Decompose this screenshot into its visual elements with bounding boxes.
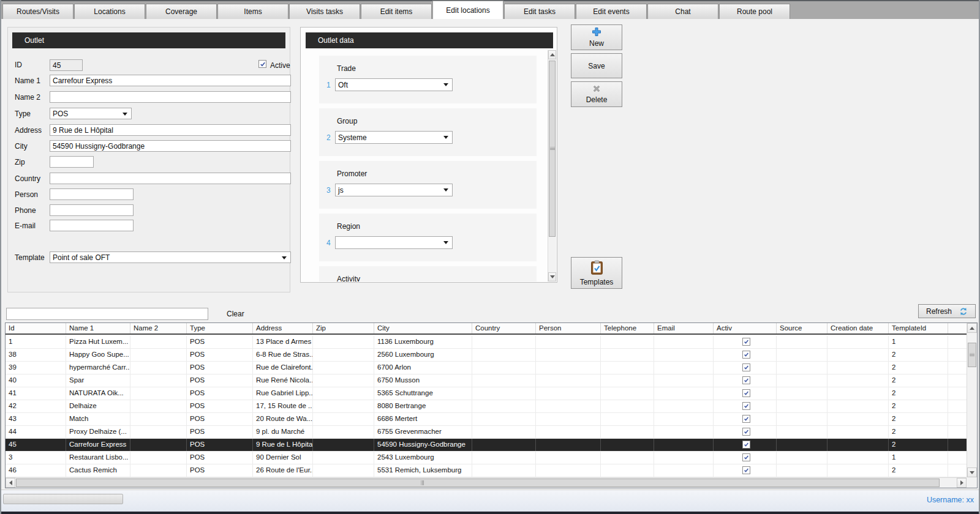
arrow-down-icon [550, 275, 555, 278]
tab-edit-locations[interactable]: Edit locations [432, 1, 503, 19]
scroll-up-button[interactable] [548, 50, 556, 59]
type-dropdown[interactable]: POS [50, 108, 132, 119]
column-header-templateid[interactable]: TemplateId [889, 323, 948, 333]
column-header-zip[interactable]: Zip [313, 323, 374, 333]
active-checkbox[interactable] [258, 60, 266, 68]
new-button[interactable]: New [571, 24, 622, 50]
name2-input[interactable] [50, 91, 291, 103]
table-row-43[interactable]: 43MatchPOS20 Route de Wa...6686 Mertert2 [6, 413, 967, 426]
id-input[interactable] [50, 59, 83, 71]
table-row-39[interactable]: 39hypermarché Carr...POSRue de Clairefon… [6, 362, 967, 374]
activ-checkbox[interactable] [742, 402, 750, 410]
zip-input[interactable] [50, 156, 94, 168]
table-row-3[interactable]: 3Restaurant Lisbo...POS90 Dernier Sol254… [6, 452, 967, 464]
table-row-41[interactable]: 41NATURATA Oik...POSRue Gabriel Lipp...5… [6, 387, 967, 400]
activ-checkbox[interactable] [742, 389, 750, 397]
search-input[interactable] [6, 308, 208, 320]
column-header-id[interactable]: Id [6, 323, 66, 333]
table-horizontal-scrollbar[interactable] [6, 477, 967, 488]
scrollbar-thumb[interactable] [968, 343, 976, 367]
person-input[interactable] [50, 188, 134, 200]
outlet-data-field-number: 1 [326, 81, 331, 89]
scroll-left-button[interactable] [6, 478, 15, 488]
column-header-city[interactable]: City [374, 323, 472, 333]
tab-edit-items[interactable]: Edit items [361, 4, 432, 19]
email-input[interactable] [50, 220, 134, 231]
outlet-data-scrollbar[interactable] [548, 50, 556, 281]
country-input[interactable] [50, 173, 291, 184]
outlet-panel: Outlet ID Active Name 1 Name 2 Type POS … [7, 27, 290, 292]
tab-visits-tasks[interactable]: Visits tasks [289, 4, 360, 19]
column-header-activ[interactable]: Activ [714, 323, 777, 333]
column-header-source[interactable]: Source [777, 323, 827, 333]
type-dropdown-value: POS [53, 110, 68, 118]
column-header-person[interactable]: Person [536, 323, 601, 333]
activ-checkbox[interactable] [742, 376, 750, 384]
save-button[interactable]: Save [571, 53, 622, 78]
cell-name2 [130, 387, 187, 400]
activ-checkbox[interactable] [742, 415, 750, 423]
column-header-name-2[interactable]: Name 2 [130, 323, 187, 333]
column-header-type[interactable]: Type [187, 323, 253, 333]
tab-route-pool[interactable]: Route pool [719, 4, 790, 19]
column-header-email[interactable]: Email [654, 323, 714, 333]
templates-button[interactable]: Templates [571, 257, 622, 289]
column-header-address[interactable]: Address [253, 323, 313, 333]
table-row-38[interactable]: 38Happy Goo Supe...POS6-8 Rue de Stras..… [6, 349, 967, 362]
phone-input[interactable] [50, 204, 134, 216]
group-dropdown[interactable]: Systeme [335, 131, 453, 144]
tab-items[interactable]: Items [217, 4, 288, 19]
column-header-country[interactable]: Country [472, 323, 536, 333]
refresh-button[interactable]: Refresh [918, 304, 976, 318]
activ-checkbox[interactable] [742, 363, 750, 371]
cell-template_id: 2 [889, 362, 948, 374]
scroll-down-button[interactable] [548, 272, 556, 281]
activ-checkbox[interactable] [742, 441, 750, 449]
tab-locations[interactable]: Locations [74, 4, 145, 19]
table-vertical-scrollbar[interactable] [967, 323, 977, 477]
cell-creation_date [827, 426, 889, 438]
table-row-40[interactable]: 40SparPOSRue René Nicola...6750 Musson2 [6, 374, 967, 387]
table-row-46[interactable]: 46Cactus RemichPOS26 Route de l'Eur...55… [6, 464, 967, 477]
region-dropdown[interactable] [335, 236, 453, 249]
tab-coverage[interactable]: Coverage [146, 4, 217, 19]
delete-button[interactable]: Delete [571, 81, 622, 107]
column-header-creation-date[interactable]: Creation date [827, 323, 889, 333]
table-row-42[interactable]: 42DelhaizePOS17, 15 Route de ...8080 Ber… [6, 400, 967, 413]
cell-city: 6700 Arlon [374, 362, 472, 374]
promoter-dropdown[interactable]: js [335, 184, 453, 196]
name1-input[interactable] [50, 75, 291, 86]
scroll-up-button[interactable] [967, 323, 977, 333]
cell-template_id: 2 [889, 374, 948, 387]
address-input[interactable] [50, 124, 291, 136]
chevron-down-icon [443, 241, 448, 244]
activ-checkbox[interactable] [742, 466, 750, 474]
scroll-down-button[interactable] [967, 467, 977, 477]
trade-dropdown[interactable]: Oft [335, 78, 453, 91]
city-input[interactable] [50, 140, 291, 152]
activ-checkbox[interactable] [742, 428, 750, 436]
column-header-name-1[interactable]: Name 1 [66, 323, 130, 333]
activ-checkbox[interactable] [742, 453, 750, 461]
table-row-45[interactable]: 45Carrefour ExpressPOS9 Rue de L Hôpital… [6, 439, 967, 452]
tab-routes-visits[interactable]: Routes/Visits [2, 4, 74, 19]
activ-checkbox[interactable] [742, 338, 750, 346]
cell-country [472, 464, 536, 477]
scrollbar-thumb[interactable] [549, 61, 556, 237]
column-header-telephone[interactable]: Telephone [601, 323, 654, 333]
tab-bar: Routes/VisitsLocationsCoverageItemsVisit… [1, 0, 979, 19]
activ-checkbox[interactable] [742, 351, 750, 359]
cell-name1: Carrefour Express [66, 439, 130, 451]
clear-button[interactable]: Clear [227, 310, 244, 318]
tab-edit-tasks[interactable]: Edit tasks [504, 4, 575, 19]
template-dropdown[interactable]: Point of sale OFT [50, 251, 291, 263]
tab-edit-events[interactable]: Edit events [576, 4, 647, 19]
scrollbar-thumb[interactable] [16, 479, 940, 487]
table-row-1[interactable]: 1Pizza Hut Luxem...POS13 Place d Armes11… [6, 336, 967, 349]
table-row-44[interactable]: 44Proxy Delhaize (...POS9 pl. du Marché6… [6, 426, 967, 439]
cell-telephone [601, 439, 654, 451]
scroll-right-button[interactable] [957, 478, 967, 488]
cell-email [654, 336, 714, 348]
tab-chat[interactable]: Chat [647, 4, 718, 19]
cell-type: POS [187, 387, 253, 400]
